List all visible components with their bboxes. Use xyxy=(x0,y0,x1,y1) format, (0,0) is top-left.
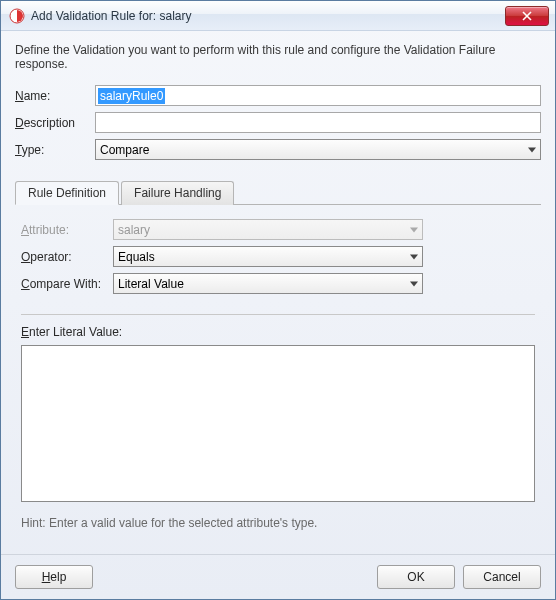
help-button[interactable]: Help xyxy=(15,565,93,589)
chevron-down-icon xyxy=(410,281,418,286)
operator-combo[interactable]: Equals xyxy=(113,246,423,267)
intro-text: Define the Validation you want to perfor… xyxy=(15,43,541,71)
tabstrip: Rule Definition Failure Handling xyxy=(15,180,541,205)
button-bar: Help OK Cancel xyxy=(1,554,555,599)
app-icon xyxy=(9,8,25,24)
row-description: Description xyxy=(15,112,541,133)
separator xyxy=(21,314,535,315)
description-input[interactable] xyxy=(95,112,541,133)
titlebar[interactable]: Add Validation Rule for: salary xyxy=(1,1,555,31)
row-operator: Operator: Equals xyxy=(21,246,535,267)
attribute-combo: salary xyxy=(113,219,423,240)
tab-body-rule-definition: Attribute: salary Operator: Equals Compa… xyxy=(15,205,541,546)
row-compare-with: Compare With: Literal Value xyxy=(21,273,535,294)
tab-failure-handling[interactable]: Failure Handling xyxy=(121,181,234,205)
compare-with-combo[interactable]: Literal Value xyxy=(113,273,423,294)
compare-with-value: Literal Value xyxy=(118,277,184,291)
description-label: Description xyxy=(15,116,95,130)
hint-text: Hint: Enter a valid value for the select… xyxy=(21,516,535,530)
chevron-down-icon xyxy=(528,147,536,152)
cancel-button[interactable]: Cancel xyxy=(463,565,541,589)
type-label: Type: xyxy=(15,143,95,157)
name-input[interactable]: salaryRule0 xyxy=(95,85,541,106)
compare-with-label: Compare With: xyxy=(21,277,113,291)
window-title: Add Validation Rule for: salary xyxy=(31,9,505,23)
attribute-label: Attribute: xyxy=(21,223,113,237)
type-value: Compare xyxy=(100,143,149,157)
row-attribute: Attribute: salary xyxy=(21,219,535,240)
dialog-content: Define the Validation you want to perfor… xyxy=(1,31,555,554)
dialog-window: Add Validation Rule for: salary Define t… xyxy=(0,0,556,600)
chevron-down-icon xyxy=(410,227,418,232)
operator-label: Operator: xyxy=(21,250,113,264)
name-value-selected: salaryRule0 xyxy=(98,88,165,104)
name-label: Name: xyxy=(15,89,95,103)
chevron-down-icon xyxy=(410,254,418,259)
ok-button[interactable]: OK xyxy=(377,565,455,589)
literal-label: Enter Literal Value: xyxy=(21,325,535,339)
type-combo[interactable]: Compare xyxy=(95,139,541,160)
literal-value-input[interactable] xyxy=(21,345,535,502)
close-icon xyxy=(522,11,532,21)
row-name: Name: salaryRule0 xyxy=(15,85,541,106)
tab-rule-definition[interactable]: Rule Definition xyxy=(15,181,119,205)
row-type: Type: Compare xyxy=(15,139,541,160)
attribute-value: salary xyxy=(118,223,150,237)
operator-value: Equals xyxy=(118,250,155,264)
close-button[interactable] xyxy=(505,6,549,26)
